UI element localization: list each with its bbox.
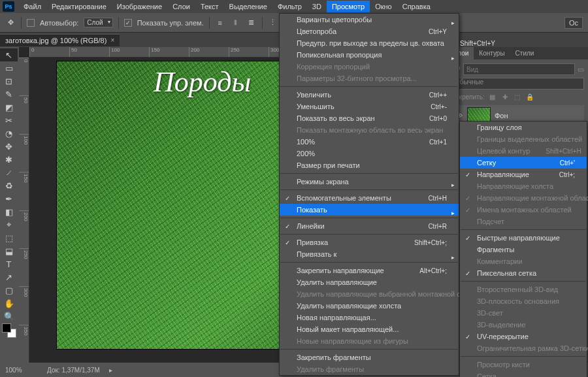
tool-button[interactable]: ▭ [0,61,18,74]
menu-item[interactable]: УвеличитьCtrl++ [280,89,459,101]
tool-button[interactable]: ↗ [0,270,18,284]
tool-button[interactable]: ♻ [0,179,18,192]
menu-item: Новые направляющие из фигуры [280,335,459,347]
layer-name: Фон [495,112,508,120]
tool-button[interactable]: ✱ [0,153,18,166]
menu-item[interactable]: ЦветопробаCtrl+Y [280,25,459,37]
tool-button[interactable]: ✋ [0,297,18,310]
tool-button[interactable]: ✎ [0,88,18,101]
menu-item[interactable]: ✓UV-перекрытие [460,331,587,342]
tab-paths[interactable]: Контуры [474,47,510,59]
tool-button[interactable]: ⊡ [0,74,18,88]
workspace-switcher[interactable]: Ос [564,17,583,29]
menu-item: ✓Направляющие монтажной области [460,192,587,204]
menu-item[interactable]: Показать [280,204,459,216]
menu-item[interactable]: ✓НаправляющиеCtrl+; [460,169,587,180]
menu-item[interactable]: Новая направляющая... [280,312,459,323]
tool-button[interactable]: ✂ [0,114,18,127]
swatch-pair[interactable] [0,323,18,338]
tool-button[interactable]: ⬚ [0,231,18,244]
lock-all-icon[interactable]: 🔒 [525,92,534,101]
lock-position-icon[interactable]: ✚ [500,92,510,101]
menu-item[interactable]: СеткуCtrl+' [460,157,587,169]
blend-mode-dropdown[interactable]: Обычные [451,78,584,90]
menu-item[interactable]: Закрепить фрагменты [280,352,459,363]
tool-button[interactable]: ◔ [0,127,18,140]
menubar-item[interactable]: Файл [18,1,46,12]
menu-item[interactable]: ✓ЛинейкиCtrl+R [280,220,459,232]
status-arrow-icon[interactable]: ▸ [109,367,112,374]
menubar-item[interactable]: Окно [370,1,397,12]
move-tool-icon: ✥ [5,18,16,28]
menu-item[interactable]: Фрагменты [460,244,587,255]
menubar-item[interactable]: 3D [307,1,327,12]
auto-select-dropdown[interactable]: Слой [84,18,112,27]
menu-item[interactable]: Варианты цветопробы [280,14,459,25]
tool-button[interactable]: ✥ [0,140,18,153]
lock-artboard-icon[interactable]: ⬚ [513,92,522,101]
menu-item[interactable]: Показать во весь экранCtrl+0 [280,112,459,124]
menu-item: Направляющие холста [460,180,587,192]
tool-button[interactable]: ↖ [0,48,18,61]
menu-item: 3D-выделение [460,319,587,331]
distribute-icon[interactable]: ⋮ [268,18,278,28]
tool-button[interactable]: ⟋ [0,166,18,179]
menubar-item[interactable]: Текст [195,1,224,12]
lock-row: Закрепить: ▦ ✚ ⬚ 🔒 [451,92,584,101]
menubar-item[interactable]: Справка [397,1,436,12]
menu-item: Коррекция пропорций [280,61,459,73]
menu-item[interactable]: 100%Ctrl+1 [280,136,459,148]
menu-item[interactable]: Режимы экрана [280,176,459,188]
tool-button[interactable]: ▢ [0,284,18,297]
menu-view: Варианты цветопробыЦветопробаCtrl+YПреду… [279,13,459,376]
menu-item[interactable]: Границу слоя [460,122,587,133]
tool-button[interactable]: T [0,257,18,270]
tool-button[interactable]: ⬓ [0,244,18,257]
close-icon[interactable]: × [110,37,114,44]
menu-item[interactable]: Размер при печати [280,159,459,171]
menu-item: Второстепенный 3D-вид [460,284,587,295]
menubar-item[interactable]: Фильтр [272,1,307,12]
menu-item[interactable]: Попиксельная пропорция [280,49,459,61]
align-icon[interactable]: ≡ [215,18,225,28]
menubar-item[interactable]: Изображение [112,1,167,12]
tool-button[interactable]: ◩ [0,101,18,114]
menu-item[interactable]: Удалить направляющие [280,276,459,288]
layer-filter-input[interactable] [463,63,575,75]
menubar-item[interactable]: Слои [167,1,195,12]
menu-item: Подсчет [460,216,587,227]
filter-toggle[interactable]: ▭ [578,65,584,74]
menu-item[interactable]: Удалить направляющие холста [280,300,459,312]
menu-item: Показать монтажную область во весь экран [280,124,459,136]
menu-item[interactable]: ✓Вспомогательные элементыCtrl+H [280,192,459,204]
tool-button[interactable]: ◧ [0,205,18,218]
menu-item[interactable]: ✓Пиксельная сетка [460,267,587,279]
menu-item: Границы выделенных областей [460,133,587,145]
menu-item[interactable]: Предупр. при выходе за пределы цв. охват… [280,37,459,49]
menu-item[interactable]: Закрепить направляющиеAlt+Ctrl+; [280,265,459,276]
menubar-item[interactable]: Просмотр [327,1,370,12]
menubar-item[interactable]: Редактирование [46,1,112,12]
align-icon[interactable]: ⫴ [231,18,241,28]
menu-item[interactable]: ✓Быстрые направляющие [460,232,587,244]
menu-item[interactable]: УменьшитьCtrl+- [280,101,459,112]
lock-pixels-icon[interactable]: ▦ [488,92,497,101]
ruler-vertical: 050100150200250300350 [19,57,29,363]
auto-select-label: Автовыбор: [40,19,78,27]
document-tab-label: заготовка.jpg @ 100% (RGB/8) [5,37,106,44]
tool-button[interactable]: ✒ [0,192,18,205]
canvas-text-layer: Породы [154,65,251,99]
menu-item[interactable]: Привязать к [280,248,459,260]
menu-item[interactable]: Новый макет направляющей... [280,323,459,335]
menu-item[interactable]: 200% [280,148,459,159]
tab-styles[interactable]: Стили [510,47,540,59]
zoom-field[interactable]: 100% [5,367,38,374]
align-icon[interactable]: ≣ [246,18,257,28]
tool-button[interactable]: ⌖ [0,218,18,231]
tool-button[interactable]: 🔍 [0,310,18,323]
menubar-item[interactable]: Выделение [224,1,272,12]
menu-item[interactable]: ✓ПривязкаShift+Ctrl+; [280,237,459,248]
show-transform-checkbox[interactable] [124,19,132,27]
document-tab[interactable]: заготовка.jpg @ 100% (RGB/8) × [0,34,120,46]
auto-select-checkbox[interactable] [27,19,35,27]
